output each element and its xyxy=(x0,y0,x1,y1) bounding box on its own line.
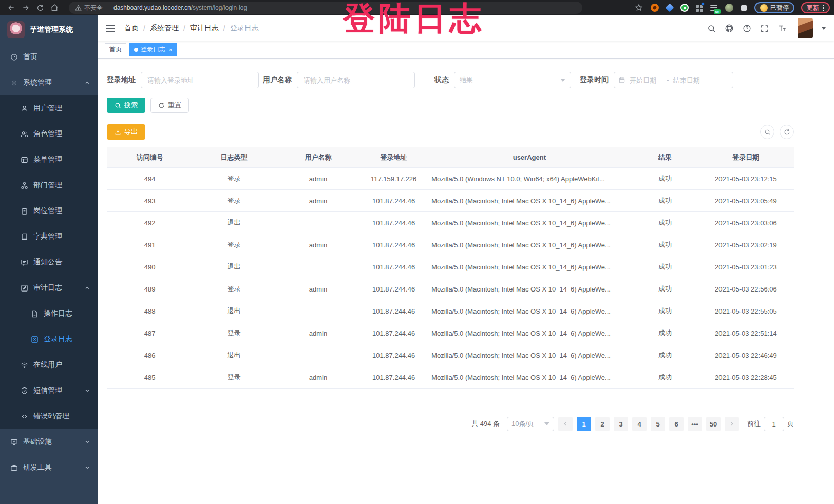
extensions-puzzle-icon[interactable] xyxy=(741,5,747,11)
page-button-2[interactable]: 2 xyxy=(595,417,610,431)
hamburger-icon[interactable] xyxy=(106,25,115,32)
sidebar-item-sms[interactable]: 短信管理 xyxy=(0,378,98,403)
page-button-1[interactable]: 1 xyxy=(577,417,591,431)
sidebar-item-label: 部门管理 xyxy=(33,181,62,190)
user-avatar[interactable] xyxy=(798,18,813,38)
sidebar-item-notice[interactable]: 通知公告 xyxy=(0,249,98,275)
reload-icon[interactable] xyxy=(33,2,47,14)
users-icon xyxy=(21,130,28,138)
table-cell: Mozilla/5.0 (Windows NT 10.0; Win64; x64… xyxy=(426,168,632,190)
table-cell xyxy=(275,212,361,234)
breadcrumb-item[interactable]: 首页 xyxy=(124,24,139,33)
browser-update-button[interactable]: 更新 xyxy=(801,2,830,13)
breadcrumb-item[interactable]: 审计日志 xyxy=(190,24,219,33)
security-chip[interactable]: 不安全 xyxy=(75,4,103,12)
sidebar-item-system[interactable]: 系统管理 xyxy=(0,70,98,95)
search-icon xyxy=(115,102,121,109)
sidebar-item-label: 登录日志 xyxy=(44,335,72,344)
page-size-select[interactable]: 10条/页 xyxy=(507,417,554,431)
github-icon[interactable] xyxy=(725,24,734,33)
browser-extension-icon[interactable] xyxy=(666,4,674,12)
pagination-total: 共 494 条 xyxy=(471,419,500,429)
table-cell: 101.87.244.46 xyxy=(361,234,426,256)
sidebar-item-audit-log[interactable]: 审计日志 xyxy=(0,275,98,301)
export-button[interactable]: 导出 xyxy=(107,124,145,140)
user-icon xyxy=(21,105,28,112)
browser-extension-icon[interactable] xyxy=(725,4,733,12)
search-icon[interactable] xyxy=(707,24,716,33)
table-cell: Mozilla/5.0 (Macintosh; Intel Mac OS X 1… xyxy=(426,256,632,278)
table-cell: 492 xyxy=(107,212,193,234)
breadcrumb-item: 登录日志 xyxy=(230,24,259,33)
code-icon xyxy=(21,413,28,420)
page-button-6[interactable]: 6 xyxy=(669,417,684,431)
bookmark-star-icon[interactable] xyxy=(632,2,646,14)
font-size-icon[interactable] xyxy=(778,24,787,33)
edit-square-icon xyxy=(21,284,28,292)
login-time-range-picker[interactable]: - xyxy=(614,72,733,88)
username-label: 用户名称 xyxy=(263,75,292,85)
chevron-down-icon[interactable] xyxy=(822,27,826,30)
back-icon[interactable] xyxy=(4,2,18,14)
sidebar-item-menu[interactable]: 菜单管理 xyxy=(0,147,98,172)
tab-登录日志[interactable]: 登录日志× xyxy=(129,43,177,56)
browser-menu-icon[interactable] xyxy=(822,5,824,11)
table-cell: admin xyxy=(275,190,361,212)
toggle-search-button[interactable] xyxy=(760,125,774,139)
sidebar-item-dict[interactable]: 字典管理 xyxy=(0,224,98,249)
page-button-5[interactable]: 5 xyxy=(651,417,665,431)
refresh-button[interactable] xyxy=(780,125,794,139)
page-button-3[interactable]: 3 xyxy=(614,417,628,431)
browser-extension-icon[interactable] xyxy=(680,4,689,12)
next-page-button[interactable] xyxy=(725,417,739,431)
page-button-4[interactable]: 4 xyxy=(632,417,647,431)
sidebar-item-post[interactable]: 岗位管理 xyxy=(0,198,98,224)
fullscreen-icon[interactable] xyxy=(760,24,769,33)
sidebar-item-dev-tool[interactable]: 研发工具 xyxy=(0,455,98,480)
profile-sync-paused-chip[interactable]: 已暂停 xyxy=(754,2,794,13)
login-address-input[interactable] xyxy=(141,72,259,88)
help-icon[interactable] xyxy=(743,24,751,33)
reset-button[interactable]: 重置 xyxy=(150,98,189,113)
sidebar-item-home[interactable]: 首页 xyxy=(0,44,98,70)
table-cell: Mozilla/5.0 (Macintosh; Intel Mac OS X 1… xyxy=(426,190,632,212)
sidebar-item-operate-log[interactable]: 操作日志 xyxy=(0,301,98,326)
page-button-50[interactable]: 50 xyxy=(706,417,721,431)
sidebar-item-dept[interactable]: 部门管理 xyxy=(0,172,98,198)
table-row: 485登录admin101.87.244.46Mozilla/5.0 (Maci… xyxy=(107,366,794,389)
start-date-input[interactable] xyxy=(629,76,664,85)
tab-首页[interactable]: 首页 xyxy=(105,43,126,56)
monitor-check-icon xyxy=(10,438,18,446)
prev-page-button[interactable] xyxy=(558,417,573,431)
sidebar-item-infra[interactable]: 基础设施 xyxy=(0,429,98,455)
end-date-input[interactable] xyxy=(672,76,707,85)
forward-icon[interactable] xyxy=(18,2,33,14)
sidebar-item-user[interactable]: 用户管理 xyxy=(0,95,98,121)
table-cell: 成功 xyxy=(633,322,698,344)
sidebar-item-error-code[interactable]: 错误码管理 xyxy=(0,403,98,429)
goto-page-input[interactable] xyxy=(764,417,784,431)
browser-extension-icon[interactable] xyxy=(651,4,659,12)
browser-extension-icon[interactable]: on xyxy=(710,4,718,12)
table-cell: 491 xyxy=(107,234,193,256)
table-cell: admin xyxy=(275,278,361,300)
sidebar-item-online-user[interactable]: 在线用户 xyxy=(0,352,98,378)
status-select[interactable]: 结果 xyxy=(454,72,571,88)
browser-extension-icon[interactable] xyxy=(695,4,704,12)
table-cell: 494 xyxy=(107,168,193,190)
username-input[interactable] xyxy=(297,72,415,88)
table-cell: 490 xyxy=(107,256,193,278)
sidebar-item-label: 系统管理 xyxy=(23,78,52,87)
sidebar-item-role[interactable]: 角色管理 xyxy=(0,121,98,147)
breadcrumb-item[interactable]: 系统管理 xyxy=(150,24,179,33)
table-header-row: 访问编号日志类型用户名称登录地址userAgent结果登录日期 xyxy=(107,147,794,168)
search-button[interactable]: 搜索 xyxy=(107,98,145,113)
address-bar[interactable]: 不安全 dashboard.yudao.iocoder.cn/system/lo… xyxy=(69,2,582,14)
table-cell: 成功 xyxy=(633,300,698,322)
omnibox-divider xyxy=(108,4,108,11)
page-ellipsis[interactable]: ••• xyxy=(688,417,702,431)
refresh-icon xyxy=(158,102,165,109)
home-icon[interactable] xyxy=(47,2,62,14)
sidebar-item-login-log[interactable]: 登录日志 xyxy=(0,326,98,352)
close-icon[interactable]: × xyxy=(169,47,172,53)
